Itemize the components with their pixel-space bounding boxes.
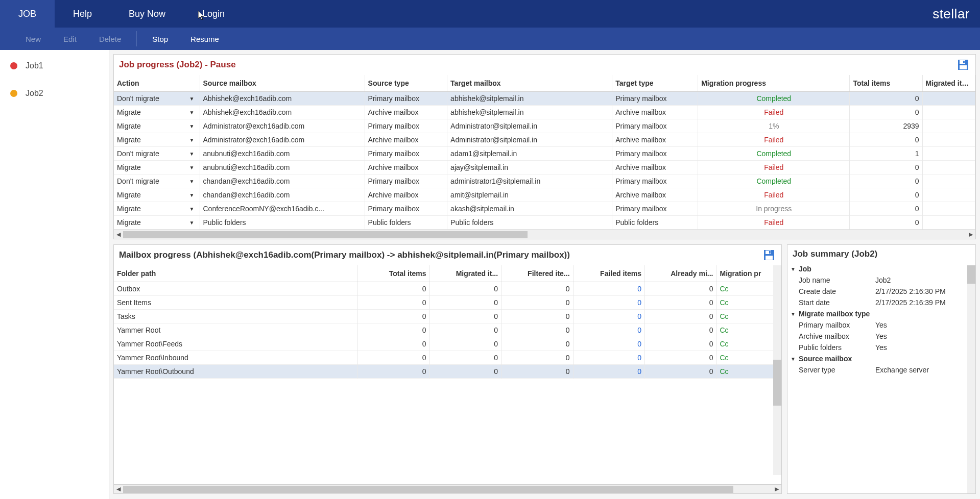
column-header[interactable]: Action xyxy=(114,75,200,92)
stop-button[interactable]: Stop xyxy=(141,28,179,50)
failed-items-cell[interactable]: 0 xyxy=(573,351,644,365)
summary-vscroll[interactable] xyxy=(967,265,975,493)
svg-rect-6 xyxy=(766,256,773,260)
job-progress-title: Job progress (Job2) - Pause xyxy=(119,60,236,70)
action-dropdown[interactable]: Migrate▼ xyxy=(114,202,200,216)
failed-items-cell[interactable]: 0 xyxy=(573,296,644,310)
new-button[interactable]: New xyxy=(14,28,52,50)
summary-group-header[interactable]: ▼Job xyxy=(787,263,975,275)
column-header[interactable]: Total items xyxy=(358,265,429,282)
total-items-cell: 1 xyxy=(850,147,922,161)
action-dropdown[interactable]: Don't migrate▼ xyxy=(114,174,200,188)
migrated-items-cell: 0 xyxy=(429,310,501,323)
action-dropdown[interactable]: Migrate▼ xyxy=(114,106,200,119)
sidebar-item-job2[interactable]: Job2 xyxy=(0,85,109,102)
sidebar-item-job1[interactable]: Job1 xyxy=(0,57,109,74)
column-header[interactable]: Already mi... xyxy=(645,265,716,282)
table-row[interactable]: Yammer Root\Feeds 0 0 0 0 0 Cc xyxy=(114,337,781,351)
column-header[interactable]: Migrated it... xyxy=(429,265,501,282)
summary-key: Create date xyxy=(799,287,875,295)
target-mailbox-cell: akash@sitplemail.in xyxy=(447,202,612,216)
table-row[interactable]: Migrate▼ Abhishek@exch16adib.com Archive… xyxy=(114,106,975,119)
column-header[interactable]: Source type xyxy=(365,75,447,92)
status-dot-icon xyxy=(10,62,17,69)
column-header[interactable]: Migrated items xyxy=(922,75,975,92)
action-dropdown[interactable]: Migrate▼ xyxy=(114,133,200,147)
table-row[interactable]: Migrate▼ anubnuti@exch16adib.com Archive… xyxy=(114,161,975,174)
migrated-items-cell: 0 xyxy=(429,351,501,365)
column-header[interactable]: Source mailbox xyxy=(200,75,365,92)
total-items-cell: 2939 xyxy=(850,119,922,133)
column-header[interactable]: Failed items xyxy=(573,265,644,282)
chevron-down-icon: ▼ xyxy=(189,137,197,143)
sidebar-item-label: Job2 xyxy=(26,89,43,98)
table-row[interactable]: Migrate▼ chandan@exch16adib.com Archive … xyxy=(114,188,975,202)
menu-tab-buy-now[interactable]: Buy Now xyxy=(110,0,184,28)
migration-progress-cell: In progress xyxy=(698,202,850,216)
toolbar-separator xyxy=(136,31,137,46)
column-header[interactable]: Filtered ite... xyxy=(501,265,573,282)
migration-progress-cell: Cc xyxy=(716,365,781,379)
svg-rect-2 xyxy=(960,65,967,69)
menu-tab-job[interactable]: JOB xyxy=(0,0,55,28)
table-row[interactable]: Migrate▼ ConferenceRoomNY@exch16adib.c..… xyxy=(114,202,975,216)
folder-path-cell: Yammer Root xyxy=(114,323,358,337)
action-dropdown[interactable]: Migrate▼ xyxy=(114,119,200,133)
action-dropdown[interactable]: Migrate▼ xyxy=(114,216,200,230)
total-items-cell: 0 xyxy=(358,282,429,296)
table-row[interactable]: Don't migrate▼ Abhishek@exch16adib.com P… xyxy=(114,92,975,106)
total-items-cell: 0 xyxy=(850,161,922,174)
resume-button[interactable]: Resume xyxy=(179,28,230,50)
source-mailbox-cell: Administrator@exch16adib.com xyxy=(200,119,365,133)
save-icon[interactable] xyxy=(762,249,776,261)
column-header[interactable]: Total items xyxy=(850,75,922,92)
column-header[interactable]: Folder path xyxy=(114,265,358,282)
table-row[interactable]: Sent Items 0 0 0 0 0 Cc xyxy=(114,296,781,310)
source-type-cell: Public folders xyxy=(365,216,447,230)
table-row[interactable]: Migrate▼ Administrator@exch16adib.com Pr… xyxy=(114,119,975,133)
summary-key: Job name xyxy=(799,276,875,284)
summary-value: 2/17/2025 2:16:39 PM xyxy=(875,298,970,307)
job-progress-hscroll[interactable]: ◀ ▶ xyxy=(114,230,975,239)
table-row[interactable]: Yammer Root\Outbound 0 0 0 0 0 Cc xyxy=(114,365,781,379)
menu-tab-login[interactable]: Login xyxy=(184,0,243,28)
job-summary-panel: Job summary (Job2) ▼JobJob nameJob2Creat… xyxy=(787,244,976,494)
column-header[interactable]: Migration progress xyxy=(698,75,850,92)
summary-group-header[interactable]: ▼Source mailbox xyxy=(787,353,975,364)
table-row[interactable]: Don't migrate▼ anubnuti@exch16adib.com P… xyxy=(114,147,975,161)
chevron-down-icon: ▼ xyxy=(189,165,197,170)
table-row[interactable]: Yammer Root\Inbound 0 0 0 0 0 Cc xyxy=(114,351,781,365)
action-dropdown[interactable]: Migrate▼ xyxy=(114,188,200,202)
table-row[interactable]: Yammer Root 0 0 0 0 0 Cc xyxy=(114,323,781,337)
table-row[interactable]: Migrate▼ Administrator@exch16adib.com Ar… xyxy=(114,133,975,147)
folder-path-cell: Yammer Root\Inbound xyxy=(114,351,358,365)
failed-items-cell[interactable]: 0 xyxy=(573,310,644,323)
failed-items-cell[interactable]: 0 xyxy=(573,282,644,296)
mailbox-vscroll[interactable] xyxy=(773,265,781,475)
scroll-left-icon[interactable]: ◀ xyxy=(114,231,123,238)
migration-progress-cell: Failed xyxy=(698,216,850,230)
action-dropdown[interactable]: Migrate▼ xyxy=(114,161,200,174)
target-type-cell: Public folders xyxy=(612,216,698,230)
table-row[interactable]: Migrate▼ Public folders Public folders P… xyxy=(114,216,975,230)
delete-button[interactable]: Delete xyxy=(88,28,132,50)
column-header[interactable]: Target type xyxy=(612,75,698,92)
column-header[interactable]: Migration pr xyxy=(716,265,781,282)
edit-button[interactable]: Edit xyxy=(52,28,88,50)
scroll-right-icon[interactable]: ▶ xyxy=(966,231,975,238)
action-dropdown[interactable]: Don't migrate▼ xyxy=(114,92,200,106)
scroll-right-icon[interactable]: ▶ xyxy=(772,486,781,492)
table-row[interactable]: Tasks 0 0 0 0 0 Cc xyxy=(114,310,781,323)
column-header[interactable]: Target mailbox xyxy=(447,75,612,92)
save-icon[interactable] xyxy=(956,59,970,71)
failed-items-cell[interactable]: 0 xyxy=(573,365,644,379)
table-row[interactable]: Outbox 0 0 0 0 0 Cc xyxy=(114,282,781,296)
menu-tab-help[interactable]: Help xyxy=(55,0,110,28)
table-row[interactable]: Don't migrate▼ chandan@exch16adib.com Pr… xyxy=(114,174,975,188)
failed-items-cell[interactable]: 0 xyxy=(573,337,644,351)
failed-items-cell[interactable]: 0 xyxy=(573,323,644,337)
mailbox-hscroll[interactable]: ◀ ▶ xyxy=(114,484,781,493)
scroll-left-icon[interactable]: ◀ xyxy=(114,486,123,492)
action-dropdown[interactable]: Don't migrate▼ xyxy=(114,147,200,161)
summary-group-header[interactable]: ▼Migrate mailbox type xyxy=(787,308,975,319)
